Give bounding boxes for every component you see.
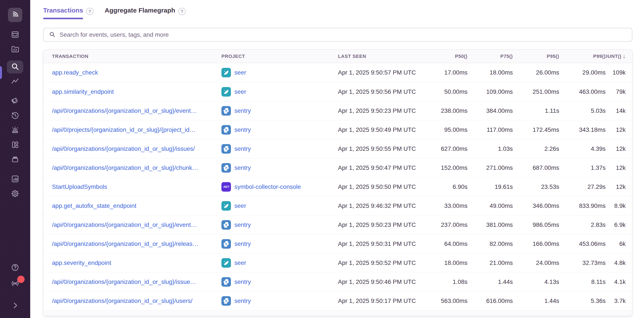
search-icon	[49, 31, 56, 39]
transaction-link[interactable]: app.get_autofix_state_endpoint	[52, 202, 136, 209]
issues-icon	[10, 30, 20, 40]
table-row[interactable]: /api/0/organizations/{organization_id_or…	[44, 139, 632, 158]
transaction-link[interactable]: /api/0/organizations/{organization_id_or…	[52, 221, 197, 228]
project-link[interactable]: sentry	[234, 164, 251, 171]
p95-cell: 172.45ms	[513, 126, 559, 133]
p99-cell: 1.37s	[559, 164, 606, 171]
column-header-last-seen[interactable]: LAST SEEN	[338, 54, 424, 59]
tab-aggregate-flamegraph[interactable]: Aggregate Flamegraph ?	[105, 6, 186, 19]
transaction-link[interactable]: /api/0/organizations/{organization_id_or…	[52, 240, 198, 247]
p75-cell: 616.00ms	[468, 297, 513, 304]
column-header-p99[interactable]: P99()	[559, 54, 606, 59]
flamegraph-help-icon[interactable]: ?	[178, 8, 186, 15]
table-row[interactable]: /api/0/organizations/{organization_id_or…	[44, 215, 632, 234]
table-row[interactable]: /api/0/organizations/{organization_id_or…	[44, 291, 632, 310]
project-link[interactable]: sentry	[234, 107, 251, 114]
sidebar-item-feedback[interactable]	[7, 95, 23, 108]
search-bar[interactable]	[43, 28, 632, 42]
python-logo-icon	[222, 220, 231, 230]
sidebar-item-alerts[interactable]	[7, 124, 23, 137]
table-row[interactable]: /api/0/projects/{organization_id_or_slug…	[44, 120, 632, 139]
last-seen-cell: Apr 1, 2025 9:50:23 PM UTC	[338, 221, 424, 228]
column-header-p75[interactable]: P75()	[468, 54, 513, 59]
project-link[interactable]: sentry	[234, 240, 251, 247]
transaction-link[interactable]: /api/0/organizations/{organization_id_or…	[52, 278, 196, 285]
table-row[interactable]: /api/0/organizations/{organization_id_or…	[44, 101, 632, 120]
sidebar-item-whats-new[interactable]	[7, 277, 23, 290]
project-link[interactable]: symbol-collector-console	[234, 183, 301, 190]
sidebar-item-dashboards[interactable]	[7, 139, 23, 152]
transaction-link[interactable]: app.ready_check	[52, 69, 98, 76]
project-link[interactable]: sentry	[234, 297, 251, 304]
column-header-count[interactable]: COUNT() ↓	[606, 53, 632, 60]
project-link[interactable]: sentry	[234, 145, 251, 152]
p50-cell: 563.00ms	[424, 297, 468, 304]
project-link[interactable]: sentry	[234, 221, 251, 228]
column-header-transaction[interactable]: TRANSACTION	[44, 54, 222, 59]
seer-logo-icon	[222, 201, 231, 211]
search-input[interactable]	[60, 31, 627, 38]
transaction-link[interactable]: /api/0/projects/{organization_id_or_slug…	[52, 126, 196, 133]
table-row[interactable]: app.get_autofix_state_endpoint seer Apr …	[44, 196, 632, 215]
table-row[interactable]: /api/0/organizations/{organization_id_or…	[44, 234, 632, 253]
project-link[interactable]: seer	[234, 202, 246, 209]
sidebar-item-replays[interactable]	[7, 109, 23, 122]
last-seen-cell: Apr 1, 2025 9:50:50 PM UTC	[338, 183, 424, 190]
p50-cell: 1.08s	[424, 278, 468, 285]
sidebar-item-releases[interactable]	[7, 153, 23, 166]
table-row[interactable]: StartUploadSymbols .NET symbol-collector…	[44, 177, 632, 196]
sidebar-item-projects[interactable]	[7, 43, 23, 56]
sidebar-item-explore-search[interactable]	[7, 61, 23, 74]
p95-cell: 1.44s	[513, 297, 559, 304]
p99-cell: 27.29s	[559, 183, 606, 190]
transaction-link[interactable]: app.severity_endpoint	[52, 259, 111, 266]
python-logo-icon	[222, 296, 231, 306]
sidebar-item-issues[interactable]	[7, 29, 23, 42]
table-row[interactable]: /api/0/organizations/{organization_id_or…	[44, 158, 632, 177]
p75-cell: 21.00ms	[468, 259, 513, 266]
project-link[interactable]: sentry	[234, 278, 251, 285]
python-logo-icon	[222, 125, 231, 135]
p50-cell: 17.00ms	[424, 69, 468, 76]
table-row[interactable]: app.similarity_endpoint seer Apr 1, 2025…	[44, 82, 632, 101]
table-row[interactable]: app.severity_endpoint seer Apr 1, 2025 9…	[44, 253, 632, 272]
column-header-project[interactable]: PROJECT	[222, 54, 338, 59]
count-cell: 6.9k	[606, 221, 632, 228]
project-link[interactable]: seer	[234, 69, 246, 76]
p50-cell: 237.00ms	[424, 221, 468, 228]
org-logo-button[interactable]	[8, 8, 22, 22]
sidebar-item-help[interactable]	[7, 261, 23, 274]
tab-aggregate-flamegraph-label: Aggregate Flamegraph	[105, 6, 175, 15]
sidebar-expand-button[interactable]	[7, 299, 23, 312]
transaction-link[interactable]: /api/0/organizations/{organization_id_or…	[52, 145, 195, 152]
transactions-help-icon[interactable]: ?	[86, 8, 94, 15]
python-logo-icon	[222, 106, 231, 116]
transaction-link[interactable]: StartUploadSymbols	[52, 183, 107, 190]
transaction-link[interactable]: /api/0/organizations/{organization_id_or…	[52, 164, 198, 171]
sidebar-item-stats[interactable]	[7, 173, 23, 186]
table-row[interactable]: app.ready_check seer Apr 1, 2025 9:50:57…	[44, 63, 632, 82]
project-link[interactable]: sentry	[234, 126, 251, 133]
column-header-p95[interactable]: P95()	[513, 54, 559, 59]
transaction-link[interactable]: /api/0/organizations/{organization_id_or…	[52, 107, 197, 114]
sidebar-item-settings[interactable]	[7, 187, 23, 200]
sidebar-item-traces[interactable]	[7, 75, 23, 88]
stats-bar-chart-icon	[10, 174, 20, 184]
transaction-link[interactable]: /api/0/organizations/{organization_id_or…	[52, 297, 192, 304]
last-seen-cell: Apr 1, 2025 9:50:55 PM UTC	[338, 145, 424, 152]
count-cell: 3.7k	[606, 297, 632, 304]
p75-cell: 109.00ms	[468, 88, 513, 95]
settings-gear-icon	[10, 189, 20, 199]
project-link[interactable]: seer	[234, 88, 246, 95]
project-link[interactable]: seer	[234, 259, 246, 266]
main-content: Transactions ? Aggregate Flamegraph ? TR…	[30, 0, 644, 318]
p95-cell: 24.00ms	[513, 259, 559, 266]
transaction-link[interactable]: app.similarity_endpoint	[52, 88, 114, 95]
tab-transactions[interactable]: Transactions ?	[43, 6, 94, 19]
sort-descending-icon: ↓	[623, 53, 626, 60]
table-row[interactable]: /api/0/organizations/{organization_id_or…	[44, 272, 632, 291]
p75-cell: 381.00ms	[468, 221, 513, 228]
notification-dot	[17, 276, 24, 283]
p50-cell: 6.90s	[424, 183, 468, 190]
column-header-p50[interactable]: P50()	[424, 54, 468, 59]
